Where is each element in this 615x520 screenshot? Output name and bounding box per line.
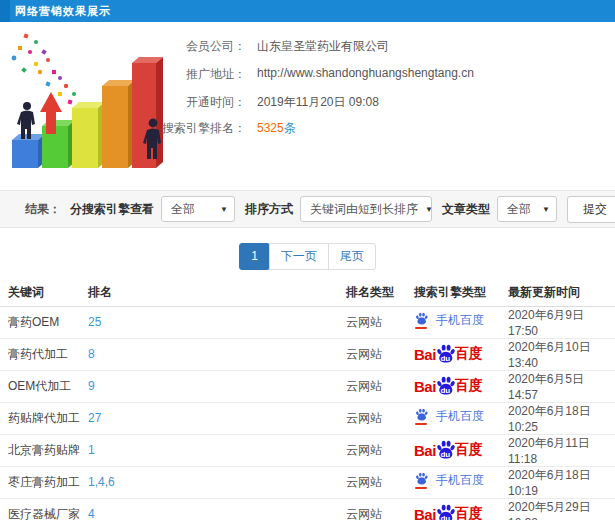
baidu-red-underline bbox=[415, 423, 427, 425]
baidu-paw-icon bbox=[414, 408, 430, 425]
baidu-paw-icon: du bbox=[435, 503, 456, 520]
filter-bar: 结果： 分搜索引擎查看 全部 ▼ 排序方式 关键词由短到长排序 ▼ 文章类型 全… bbox=[0, 190, 615, 228]
mobile-baidu-label: 手机百度 bbox=[436, 408, 484, 425]
chevron-down-icon: ▼ bbox=[542, 205, 550, 214]
promotion-url-link[interactable]: http://www.shandonghuangshengtang.cn bbox=[257, 66, 474, 83]
header-keyword: 关键词 bbox=[0, 280, 88, 306]
header-engine-type: 搜索引擎类型 bbox=[414, 280, 508, 306]
rank-cell: 4 bbox=[88, 498, 346, 520]
baidu-logo-badge: Bai du 百度 bbox=[414, 439, 483, 462]
rank-count-number: 5325 bbox=[257, 121, 284, 135]
rank-count-unit: 条 bbox=[284, 121, 296, 135]
mobile-baidu-badge: 手机百度 bbox=[414, 312, 484, 329]
rank-cell: 1,4,6 bbox=[88, 466, 346, 498]
keyword-cell: 医疗器械厂家 bbox=[0, 498, 88, 520]
keyword-cell: OEM代加工 bbox=[0, 370, 88, 402]
table-row: OEM代加工 9 云网站 Bai du bbox=[0, 370, 615, 402]
baidu-paw-icon: du bbox=[435, 375, 456, 396]
baidu-du-text: du bbox=[435, 514, 456, 520]
baidu-bai-text: Bai bbox=[414, 346, 436, 363]
table-row: 枣庄膏药加工 1,4,6 云网站 手机百度 bbox=[0, 466, 615, 498]
filter-controls: 分搜索引擎查看 全部 ▼ 排序方式 关键词由短到长排序 ▼ 文章类型 全部 ▼ … bbox=[70, 196, 615, 223]
submit-button[interactable]: 提交 bbox=[567, 196, 615, 223]
engine-filter-select[interactable]: 全部 ▼ bbox=[161, 196, 235, 222]
article-type-select[interactable]: 全部 ▼ bbox=[497, 196, 557, 222]
baidu-zh-text: 百度 bbox=[455, 441, 483, 459]
rank-link[interactable]: 27 bbox=[88, 411, 101, 425]
info-row-rank-count: 搜索引擎排名： 5325条 bbox=[0, 120, 600, 137]
pagination-page-1[interactable]: 1 bbox=[239, 243, 270, 270]
engine-filter-value: 全部 bbox=[171, 201, 195, 218]
mobile-baidu-label: 手机百度 bbox=[436, 472, 484, 489]
pagination-last-button[interactable]: 尾页 bbox=[328, 243, 376, 270]
engine-rank-value: 5325条 bbox=[257, 120, 296, 137]
rank-cell: 8 bbox=[88, 338, 346, 370]
chevron-down-icon: ▼ bbox=[425, 205, 433, 214]
engine-type-cell: 手机百度 bbox=[414, 306, 508, 338]
page-title: 网络营销效果展示 bbox=[15, 0, 111, 22]
engine-rank-label: 搜索引擎排名： bbox=[0, 120, 246, 137]
engine-type-cell: Bai du 百度 bbox=[414, 338, 508, 370]
updated-cell: 2020年5月29日 10:32 bbox=[508, 498, 615, 520]
result-label: 结果： bbox=[25, 201, 61, 218]
title-bar-accent bbox=[0, 0, 10, 22]
updated-cell: 2020年6月9日 17:50 bbox=[508, 306, 615, 338]
table-row: 医疗器械厂家 4 云网站 Bai du bbox=[0, 498, 615, 520]
pagination-next-button[interactable]: 下一页 bbox=[269, 243, 329, 270]
rank-type-cell: 云网站 bbox=[346, 306, 414, 338]
rank-link[interactable]: 25 bbox=[88, 315, 101, 329]
engine-type-cell: 手机百度 bbox=[414, 466, 508, 498]
keyword-cell: 膏药OEM bbox=[0, 306, 88, 338]
baidu-bai-text: Bai bbox=[414, 378, 436, 395]
header-rank: 排名 bbox=[88, 280, 346, 306]
rank-cell: 27 bbox=[88, 402, 346, 434]
baidu-du-text: du bbox=[435, 354, 456, 363]
results-table-body: 膏药OEM 25 云网站 手机百度 bbox=[0, 306, 615, 520]
table-row: 膏药代加工 8 云网站 Bai du bbox=[0, 338, 615, 370]
baidu-bai-text: Bai bbox=[414, 442, 436, 459]
baidu-bai-text: Bai bbox=[414, 506, 436, 520]
header-rank-type: 排名类型 bbox=[346, 280, 414, 306]
baidu-paw-icon bbox=[414, 312, 430, 329]
baidu-paw-icon: du bbox=[435, 343, 456, 364]
bar-blue bbox=[12, 134, 45, 168]
engine-type-cell: Bai du 百度 bbox=[414, 370, 508, 402]
rank-link[interactable]: 1,4,6 bbox=[88, 475, 115, 489]
promotion-url-label: 推广地址： bbox=[0, 66, 246, 83]
updated-cell: 2020年6月10日 13:40 bbox=[508, 338, 615, 370]
rank-link[interactable]: 4 bbox=[88, 507, 95, 520]
rank-type-cell: 云网站 bbox=[346, 370, 414, 402]
updated-cell: 2020年6月18日 10:19 bbox=[508, 466, 615, 498]
rank-link[interactable]: 8 bbox=[88, 347, 95, 361]
keyword-cell: 膏药代加工 bbox=[0, 338, 88, 370]
info-row-url: 推广地址： http://www.shandonghuangshengtang.… bbox=[0, 66, 600, 83]
rank-type-cell: 云网站 bbox=[346, 466, 414, 498]
company-link[interactable]: 山东皇圣堂药业有限公司 bbox=[257, 38, 389, 55]
updated-cell: 2020年6月18日 10:25 bbox=[508, 402, 615, 434]
baidu-logo-badge: Bai du 百度 bbox=[414, 343, 483, 366]
keyword-cell: 北京膏药贴牌 bbox=[0, 434, 88, 466]
baidu-zh-text: 百度 bbox=[455, 505, 483, 520]
member-info-section: 会员公司： 山东皇圣堂药业有限公司 推广地址： http://www.shand… bbox=[0, 22, 615, 190]
sort-filter-select[interactable]: 关键词由短到长排序 ▼ bbox=[300, 196, 432, 222]
baidu-logo-badge: Bai du 百度 bbox=[414, 375, 483, 398]
engine-type-cell: Bai du 百度 bbox=[414, 498, 508, 520]
rank-cell: 9 bbox=[88, 370, 346, 402]
article-type-value: 全部 bbox=[507, 201, 531, 218]
rank-link[interactable]: 9 bbox=[88, 379, 95, 393]
results-table: 关键词 排名 排名类型 搜索引擎类型 最新更新时间 膏药OEM 25 云网站 bbox=[0, 280, 615, 520]
rank-cell: 1 bbox=[88, 434, 346, 466]
table-row: 膏药OEM 25 云网站 手机百度 bbox=[0, 306, 615, 338]
company-label: 会员公司： bbox=[0, 38, 246, 55]
info-row-company: 会员公司： 山东皇圣堂药业有限公司 bbox=[0, 38, 600, 55]
article-type-label: 文章类型 bbox=[442, 201, 490, 218]
baidu-logo-badge: Bai du 百度 bbox=[414, 503, 483, 520]
rank-type-cell: 云网站 bbox=[346, 434, 414, 466]
baidu-red-underline bbox=[415, 487, 427, 489]
rank-type-cell: 云网站 bbox=[346, 338, 414, 370]
header-updated: 最新更新时间 bbox=[508, 280, 615, 306]
baidu-zh-text: 百度 bbox=[455, 377, 483, 395]
engine-type-cell: Bai du 百度 bbox=[414, 434, 508, 466]
rank-link[interactable]: 1 bbox=[88, 443, 95, 457]
engine-type-cell: 手机百度 bbox=[414, 402, 508, 434]
